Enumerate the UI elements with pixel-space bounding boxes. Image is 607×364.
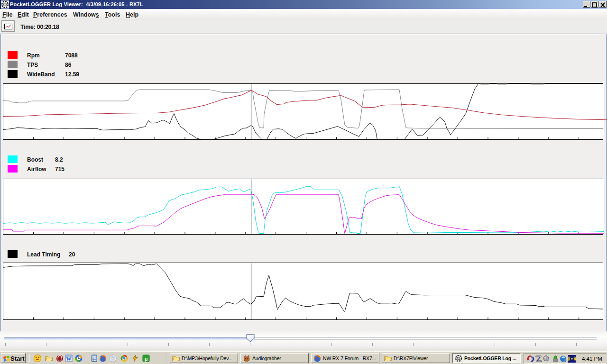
svg-text:μ: μ	[145, 356, 148, 362]
svg-text:W: W	[66, 356, 72, 362]
